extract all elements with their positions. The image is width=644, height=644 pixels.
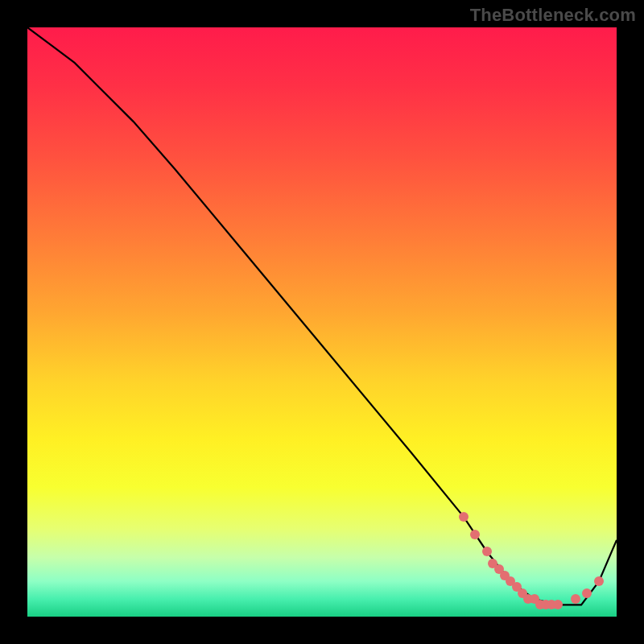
plot-area — [27, 27, 617, 617]
highlight-dot — [582, 588, 592, 598]
watermark-text: TheBottleneck.com — [470, 5, 636, 26]
highlight-dot — [470, 530, 480, 539]
highlight-dot — [571, 594, 580, 604]
curve-layer — [27, 27, 617, 617]
bottleneck-curve — [27, 27, 617, 605]
highlight-dot — [459, 512, 469, 522]
highlight-dot — [553, 600, 563, 609]
highlight-dot — [594, 576, 604, 586]
chart-frame: TheBottleneck.com — [0, 0, 644, 644]
highlight-dot — [482, 547, 492, 556]
